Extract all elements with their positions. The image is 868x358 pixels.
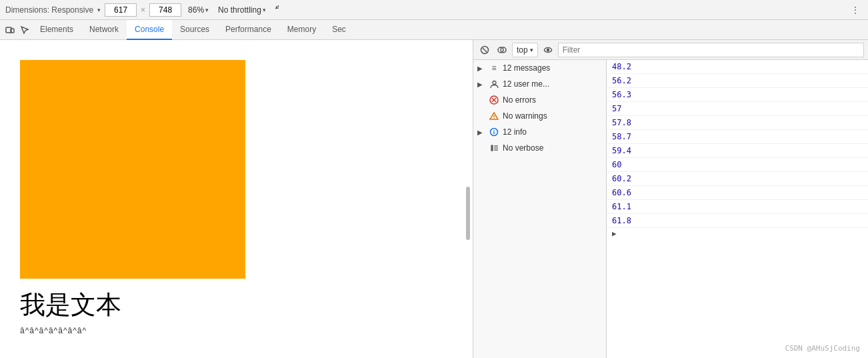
expand-info-icon: ▶: [477, 129, 485, 136]
rotate-icon[interactable]: [273, 3, 287, 17]
console-value-0: 48.2: [607, 60, 868, 74]
console-value-7: 60: [607, 158, 868, 172]
zoom-dropdown[interactable]: 86% ▾: [185, 4, 211, 16]
filter-verbose[interactable]: No verbose: [473, 140, 606, 156]
console-value-10: 61.1: [607, 200, 868, 214]
inspect-icon[interactable]: [17, 23, 32, 37]
tab-security[interactable]: Sec: [324, 20, 354, 40]
console-sidebar: ▶ ≡ 12 messages ▶ 12 user me...: [473, 60, 607, 358]
info-icon: [489, 127, 499, 137]
svg-point-17: [493, 130, 494, 131]
svg-line-3: [483, 48, 487, 52]
width-input[interactable]: [105, 3, 137, 17]
main-layout: 我是文本 â^â^â^â^â^â^â^ top ▾: [0, 40, 868, 358]
svg-point-14: [493, 118, 494, 119]
svg-point-20: [491, 149, 493, 151]
all-messages-label: 12 messages: [503, 63, 550, 73]
expand-user-icon: ▶: [477, 81, 485, 88]
console-value-11: 61.8: [607, 214, 868, 228]
tab-sources[interactable]: Sources: [172, 20, 217, 40]
console-value-5: 58.7: [607, 130, 868, 144]
list-icon: ≡: [489, 63, 499, 73]
device-toggle-icon[interactable]: [3, 23, 17, 37]
devtools-tab-bar: Elements Network Console Sources Perform…: [0, 20, 868, 40]
console-value-1: 56.2: [607, 74, 868, 88]
filter-user-messages[interactable]: ▶ 12 user me...: [473, 76, 606, 92]
svg-rect-1: [11, 29, 14, 33]
height-input[interactable]: [149, 3, 181, 17]
console-panel: top ▾ ▶ ≡ 12 messages: [473, 40, 868, 358]
filter-input[interactable]: [558, 43, 864, 57]
user-icon: [489, 79, 499, 89]
warning-icon: [489, 111, 499, 121]
console-value-6: 59.4: [607, 144, 868, 158]
filter-errors[interactable]: No errors: [473, 92, 606, 108]
tab-network[interactable]: Network: [81, 20, 127, 40]
toolbar-right-icons: ⋮: [848, 3, 863, 17]
console-output[interactable]: 48.2 56.2 56.3 57 57.8 58.7 59.4 60 60.2…: [607, 60, 868, 358]
throttle-chevron-icon: ▾: [263, 7, 266, 13]
dimension-separator: ×: [141, 5, 145, 15]
expand-chevron-icon: ▶: [612, 229, 617, 238]
watermark-text: CSDN @AHuSjCoding: [785, 344, 860, 353]
console-value-3: 57: [607, 102, 868, 116]
console-value-2: 56.3: [607, 88, 868, 102]
zoom-chevron-icon: ▾: [205, 7, 209, 13]
console-value-9: 60.6: [607, 186, 868, 200]
orange-box: [20, 60, 245, 279]
console-toolbar: top ▾: [473, 40, 868, 60]
verbose-icon: [489, 143, 499, 153]
tab-elements[interactable]: Elements: [32, 20, 81, 40]
console-value-4: 57.8: [607, 116, 868, 130]
filter-info[interactable]: ▶ 12 info: [473, 124, 606, 140]
tab-console[interactable]: Console: [127, 20, 172, 40]
dimensions-chevron-icon[interactable]: ▾: [97, 7, 101, 13]
info-label: 12 info: [503, 127, 527, 137]
more-icon[interactable]: ⋮: [848, 3, 863, 17]
context-label: top: [517, 45, 528, 55]
dimensions-label: Dimensions: Responsive: [5, 5, 93, 15]
expand-all-icon: ▶: [477, 65, 485, 72]
responsive-toolbar: Dimensions: Responsive ▾ × 86% ▾ No thro…: [0, 0, 868, 20]
context-dropdown[interactable]: top ▾: [512, 43, 538, 57]
zoom-label: 86%: [188, 5, 204, 15]
svg-point-8: [493, 81, 496, 84]
warnings-label: No warnings: [503, 111, 547, 121]
page-main-text: 我是文本: [20, 288, 453, 322]
svg-point-19: [491, 147, 493, 149]
console-expand-row[interactable]: ▶: [607, 228, 868, 239]
verbose-label: No verbose: [503, 143, 543, 153]
filter-warnings[interactable]: No warnings: [473, 108, 606, 124]
throttle-label: No throttling: [218, 5, 261, 15]
console-filter-icon[interactable]: [495, 43, 509, 57]
browser-viewport: 我是文本 â^â^â^â^â^â^â^: [0, 40, 473, 358]
scroll-handle[interactable]: [466, 187, 470, 240]
tab-memory[interactable]: Memory: [279, 20, 324, 40]
console-split: ▶ ≡ 12 messages ▶ 12 user me...: [473, 60, 868, 358]
svg-point-18: [491, 145, 493, 147]
console-value-8: 60.2: [607, 172, 868, 186]
throttle-dropdown[interactable]: No throttling ▾: [215, 4, 269, 16]
console-clear-icon[interactable]: [477, 43, 492, 57]
errors-label: No errors: [503, 95, 536, 105]
svg-point-7: [547, 49, 549, 51]
filter-all-messages[interactable]: ▶ ≡ 12 messages: [473, 60, 606, 76]
context-chevron-icon: ▾: [530, 47, 533, 53]
page-content-area: 我是文本 â^â^â^â^â^â^â^: [0, 40, 473, 335]
user-messages-label: 12 user me...: [503, 79, 549, 89]
page-sub-text: â^â^â^â^â^â^â^: [20, 326, 453, 335]
tab-performance[interactable]: Performance: [217, 20, 279, 40]
error-icon: [489, 95, 499, 105]
eye-icon[interactable]: [541, 43, 555, 57]
